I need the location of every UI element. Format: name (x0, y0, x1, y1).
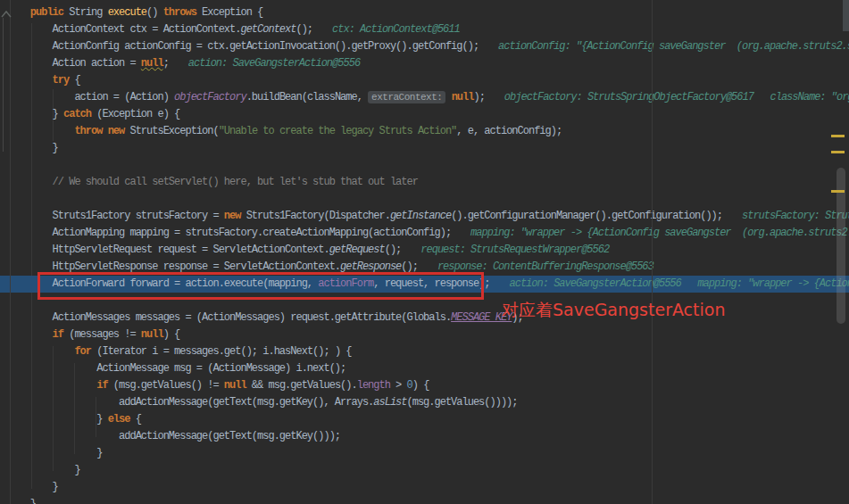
code-token: ActionConfig actionConfig = ctx.getActio… (8, 40, 479, 53)
code-token: new (108, 125, 125, 137)
code-token: if (53, 328, 63, 341)
fold-collapse-icon[interactable] (0, 5, 12, 20)
code-line[interactable]: ActionConfig actionConfig = ctx.getActio… (0, 38, 849, 55)
code-token: for (74, 345, 91, 358)
editor-root[interactable]: public String execute() throws Exception… (0, 0, 849, 504)
code-token: ().getConfigurationManager().getConfigur… (451, 210, 722, 222)
code-token: length (357, 379, 390, 392)
debug-inline-value: objectFactory: StrutsSpringObjectFactory… (504, 91, 849, 103)
code-token: HttpServletResponse response = ServletAc… (8, 260, 340, 273)
error-stripe-mark[interactable] (831, 135, 845, 137)
code-token (8, 379, 96, 392)
code-line[interactable]: Action action = null;action: SaveGangste… (0, 55, 849, 72)
code-token: (); (295, 23, 312, 36)
code-token: ActionMessage msg = (ActionMessage) i.ne… (8, 362, 345, 375)
code-token: { (69, 74, 79, 87)
code-token: ) { (163, 328, 180, 341)
code-token: Struts1Factory(Dispatcher. (240, 210, 389, 222)
code-line[interactable]: throw new StrutsException("Unable to cre… (0, 123, 849, 140)
code-token (8, 74, 53, 87)
code-line[interactable]: } else { (0, 411, 849, 428)
code-token (8, 176, 53, 188)
debug-inline-value: ctx: ActionContext@5611 (332, 23, 460, 36)
code-token (8, 328, 53, 341)
code-token: } (8, 413, 108, 426)
code-line[interactable]: ActionMessage msg = (ActionMessage) i.ne… (0, 360, 849, 377)
code-token: action = (Action) (8, 91, 174, 103)
code-token: if (96, 379, 107, 392)
code-token: , e, actionConfig); (456, 125, 562, 137)
code-line[interactable] (0, 157, 849, 174)
code-token: Action action = (8, 57, 141, 70)
code-token: "Unable to create the legacy Struts Acti… (219, 125, 457, 137)
code-token: HttpServletRequest request = ServletActi… (8, 244, 329, 256)
code-token: getRequest (329, 244, 385, 256)
code-area[interactable]: public String execute() throws Exception… (8, 4, 849, 504)
code-token: } (8, 142, 58, 154)
code-token: { (129, 413, 140, 426)
code-token: } (8, 481, 58, 493)
code-token: public (30, 6, 63, 19)
code-token: ActionMessages messages = (ActionMessage… (8, 311, 451, 324)
code-line[interactable]: } (0, 496, 849, 504)
code-token: execute (108, 6, 146, 19)
error-stripe-mark[interactable] (831, 190, 845, 193)
code-token: () (146, 6, 163, 19)
code-token: asList (373, 396, 406, 409)
code-token: Exception { (196, 6, 262, 19)
fold-region-line (3, 18, 4, 152)
code-line[interactable]: // We should call setServlet() here, but… (0, 174, 849, 191)
code-token: Struts1Factory strutsFactory = (8, 210, 224, 222)
code-token: } (8, 447, 102, 459)
param-hint-pill: extraContext: (368, 91, 445, 103)
code-token: (); (385, 244, 402, 256)
code-line[interactable]: } (0, 462, 849, 479)
code-token: .buildBean(className, (246, 91, 368, 103)
code-line[interactable]: } catch (Exception e) { (0, 106, 849, 123)
code-line[interactable]: Struts1Factory strutsFactory = new Strut… (0, 208, 849, 225)
code-token: objectFactory (174, 91, 246, 103)
code-line[interactable]: if (msg.getValues() != null && msg.getVa… (0, 377, 849, 394)
error-stripe-mark[interactable] (831, 151, 845, 153)
code-line[interactable]: for (Iterator i = messages.get(); i.hasN… (0, 343, 849, 360)
code-line[interactable]: } (0, 479, 849, 496)
code-token: addActionMessage(getText(msg.getKey())); (8, 430, 340, 442)
debug-inline-value: strutsFactory: Struts1Fac (742, 210, 849, 222)
code-token: // We should call setServlet() here, but… (53, 176, 418, 188)
code-line[interactable]: ActionMapping mapping = strutsFactory.cr… (0, 225, 849, 242)
code-token: else (108, 413, 130, 426)
debug-inline-value: action: SaveGangsterAction@5556 (188, 57, 360, 70)
gutter-separator (10, 0, 11, 504)
code-token: ActionContext ctx = ActionContext. (8, 23, 240, 36)
code-line[interactable]: } (0, 445, 849, 462)
code-line[interactable]: HttpServletRequest request = ServletActi… (0, 242, 849, 259)
code-token: StrutsException( (124, 125, 218, 137)
code-line[interactable]: if (messages != null) { (0, 326, 849, 343)
code-line[interactable]: public String execute() throws Exception… (0, 4, 849, 21)
code-token: (Iterator i = messages.get(); i.hasNext(… (91, 345, 351, 358)
code-line[interactable]: action = (Action) objectFactory.buildBea… (0, 89, 849, 106)
code-token: String (63, 6, 108, 19)
code-token: throw (74, 125, 102, 137)
code-token: (msg.getValues()))); (407, 396, 518, 409)
code-token: null (141, 328, 163, 341)
debug-inline-value: request: StrutsRequestWrapper@5562 (420, 244, 609, 256)
code-token: } (8, 464, 80, 476)
annotation-text: 对应着SaveGangsterAction (502, 300, 725, 319)
code-line[interactable] (0, 191, 849, 208)
code-token: getResponse (340, 260, 401, 273)
code-line[interactable]: try { (0, 72, 849, 89)
code-line[interactable]: } (0, 140, 849, 157)
code-line[interactable]: addActionMessage(getText(msg.getKey())); (0, 428, 849, 445)
code-token: (Exception e) { (91, 108, 179, 120)
code-token (8, 345, 74, 358)
code-token: (); (401, 260, 418, 273)
debug-inline-value: mapping: "wrapper -> {ActionConfig saveG… (470, 227, 849, 239)
code-token (8, 125, 74, 137)
code-line[interactable]: addActionMessage(getText(msg.getKey(), A… (0, 394, 849, 411)
scrollbar-top-strip (843, 0, 849, 31)
code-token: ); (473, 91, 484, 103)
code-line[interactable]: ActionContext ctx = ActionContext.getCon… (0, 21, 849, 38)
right-margin-guide (652, 0, 653, 504)
code-token: null (452, 91, 474, 103)
